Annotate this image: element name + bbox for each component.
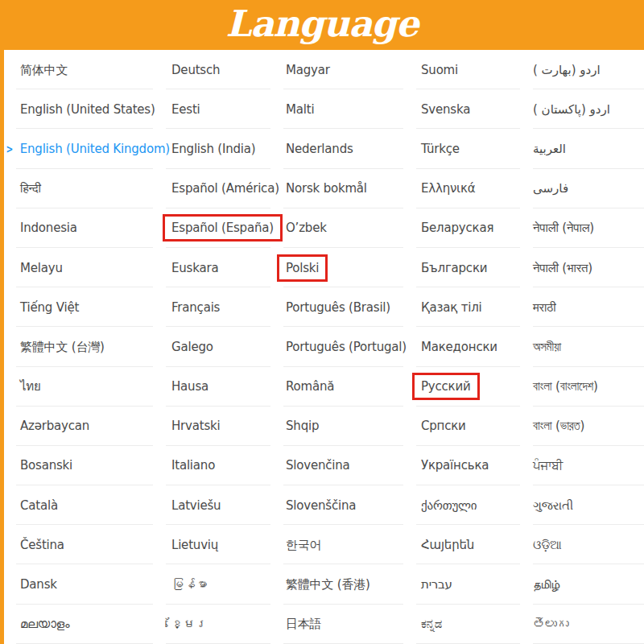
language-item[interactable]: Português (Portugal) — [275, 327, 408, 366]
language-item[interactable]: नेपाली (भारत) — [525, 248, 644, 287]
language-label: ខ្មែរ — [171, 617, 208, 631]
language-label: Malti — [286, 102, 314, 117]
language-label: Galego — [171, 340, 213, 354]
language-item[interactable]: English (United States) — [0, 89, 158, 129]
language-label: Norsk bokmål — [286, 181, 367, 196]
language-item[interactable]: Македонски — [408, 327, 525, 366]
language-item[interactable]: Indonesia — [0, 208, 158, 248]
language-item[interactable]: Shqip — [275, 407, 408, 446]
language-item[interactable]: ଓଡ଼ିଆ — [525, 525, 644, 564]
language-item[interactable]: Malti — [275, 89, 408, 129]
language-label: Lietuvių — [171, 538, 218, 552]
language-item[interactable]: Українська — [408, 446, 525, 485]
language-item[interactable]: ไทย — [0, 367, 158, 407]
language-label: Hrvatski — [171, 419, 220, 433]
language-item[interactable]: English (India) — [158, 129, 275, 168]
language-item[interactable]: 繁體中文 (台灣) — [0, 327, 158, 366]
highlight-box: Русский — [412, 373, 480, 400]
language-item[interactable]: Polski — [275, 248, 408, 287]
language-item[interactable]: Nederlands — [275, 129, 408, 168]
language-item[interactable]: Slovenčina — [275, 446, 408, 485]
language-item[interactable]: മലയാളം — [0, 605, 158, 644]
language-item[interactable]: Svenska — [408, 89, 525, 129]
language-item[interactable]: অসমীয়া — [525, 327, 644, 366]
language-item[interactable]: Euskara — [158, 248, 275, 287]
header: Language — [0, 0, 644, 50]
language-item[interactable]: Hrvatski — [158, 407, 275, 446]
language-label: हिन्दी — [20, 181, 41, 196]
language-item[interactable]: Français — [158, 287, 275, 327]
language-item[interactable]: বাংলা (বাংলাদেশ) — [525, 367, 644, 407]
language-label: Қазақ тілі — [421, 300, 482, 315]
language-item[interactable]: Русский — [408, 367, 525, 407]
language-item[interactable]: اردو (بهارت ) — [525, 50, 644, 89]
language-item[interactable]: اردو (پاکستان ) — [525, 89, 644, 129]
language-item[interactable]: Čeština — [0, 525, 158, 564]
language-item[interactable]: ខ្មែរ — [158, 605, 275, 644]
language-item[interactable]: Magyar — [275, 50, 408, 89]
language-item[interactable]: Қазақ тілі — [408, 287, 525, 327]
language-item[interactable]: Español (España) — [158, 208, 275, 248]
language-item[interactable]: Lietuvių — [158, 525, 275, 564]
language-item[interactable]: Hausa — [158, 367, 275, 407]
language-label: Svenska — [421, 102, 470, 117]
language-item[interactable]: 简体中文 — [0, 50, 158, 89]
language-item[interactable]: Azərbaycan — [0, 407, 158, 446]
language-item[interactable]: ქართული — [408, 485, 525, 525]
language-item[interactable]: 繁體中文 (香港) — [275, 564, 408, 604]
language-item[interactable]: Српски — [408, 407, 525, 446]
language-item[interactable]: O’zbek — [275, 208, 408, 248]
language-item[interactable]: नेपाली (नेपाल) — [525, 208, 644, 248]
language-item[interactable]: Bosanski — [0, 446, 158, 485]
language-item[interactable]: मराठी — [525, 287, 644, 327]
language-item[interactable]: Latviešu — [158, 485, 275, 525]
language-item[interactable]: Deutsch — [158, 50, 275, 89]
language-item[interactable]: Melayu — [0, 248, 158, 287]
language-item[interactable]: বাংলা (ভারত) — [525, 407, 644, 446]
language-item[interactable]: Español (América) — [158, 169, 275, 208]
language-item[interactable]: Italiano — [158, 446, 275, 485]
language-label: Беларуская — [421, 221, 493, 235]
language-item[interactable]: فارسی — [525, 169, 644, 208]
language-item[interactable]: ಕನ್ನಡ — [408, 605, 525, 644]
language-item[interactable]: >English (United Kingdom) — [0, 129, 158, 168]
language-item[interactable]: Български — [408, 248, 525, 287]
language-label: ગુજરાતી — [533, 498, 573, 513]
language-label: Čeština — [20, 538, 64, 552]
language-item[interactable]: Galego — [158, 327, 275, 366]
language-item[interactable]: Türkçe — [408, 129, 525, 168]
language-item[interactable]: Norsk bokmål — [275, 169, 408, 208]
language-label: Suomi — [421, 63, 458, 77]
language-label: العربية — [533, 142, 566, 156]
language-item[interactable]: Eesti — [158, 89, 275, 129]
language-item[interactable]: Ελληνικά — [408, 169, 525, 208]
language-label: অসমীয়া — [533, 340, 561, 354]
language-item[interactable]: 한국어 — [275, 525, 408, 564]
language-item[interactable]: తెలుగు — [525, 605, 644, 644]
language-item[interactable]: Suomi — [408, 50, 525, 89]
language-label: ಕನ್ನಡ — [421, 617, 442, 631]
language-label: Español (España) — [171, 221, 274, 235]
language-item[interactable]: မြန်မာ — [158, 564, 275, 604]
language-item[interactable]: ગુજરાતી — [525, 485, 644, 525]
language-item[interactable]: Tiếng Việt — [0, 287, 158, 327]
language-label: Ελληνικά — [421, 181, 475, 196]
language-item[interactable]: ਪੰਜਾਬੀ — [525, 446, 644, 485]
language-column: DeutschEestiEnglish (India)Español (Amér… — [158, 50, 275, 644]
language-item[interactable]: Română — [275, 367, 408, 407]
language-label: മലയാളം — [20, 617, 69, 631]
language-item[interactable]: العربية — [525, 129, 644, 168]
language-item[interactable]: Беларуская — [408, 208, 525, 248]
language-item[interactable]: Português (Brasil) — [275, 287, 408, 327]
language-item[interactable]: தமிழ் — [525, 564, 644, 604]
language-item[interactable]: Català — [0, 485, 158, 525]
left-stripe — [0, 50, 4, 644]
language-item[interactable]: Dansk — [0, 564, 158, 604]
language-item[interactable]: Հայերեն — [408, 525, 525, 564]
language-item[interactable]: हिन्दी — [0, 169, 158, 208]
language-item[interactable]: עברית — [408, 564, 525, 604]
language-column: اردو (بهارت )اردو (پاکستان )العربيةفارسی… — [525, 50, 644, 644]
language-item[interactable]: 日本語 — [275, 605, 408, 644]
language-item[interactable]: Slovenščina — [275, 485, 408, 525]
language-label: ଓଡ଼ିଆ — [533, 538, 561, 552]
